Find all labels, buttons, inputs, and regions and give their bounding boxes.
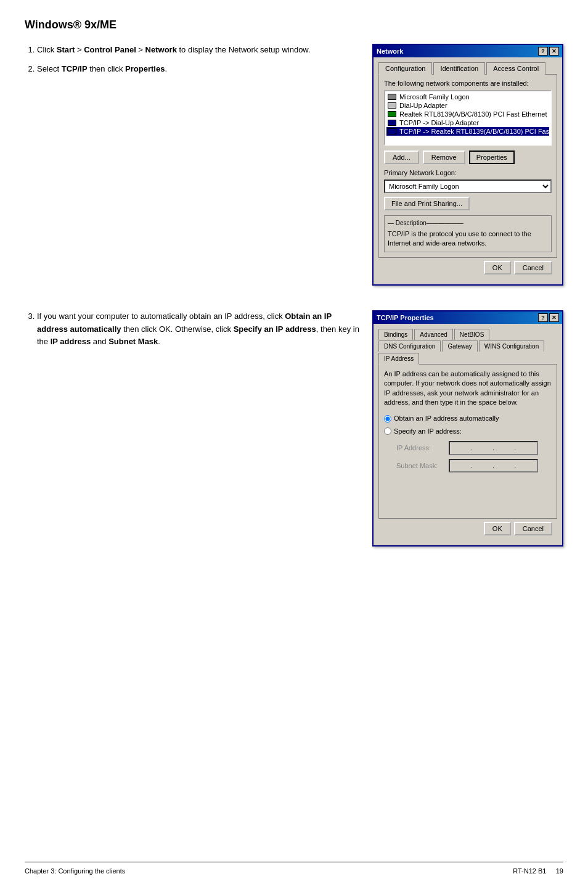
section2: If you want your computer to automatical… (25, 310, 563, 547)
add-button[interactable]: Add... (384, 151, 419, 164)
page-title: Windows® 9x/ME (25, 19, 563, 31)
subnet-seg1[interactable] (452, 461, 470, 471)
tcpip-nic-icon (388, 128, 398, 135)
footer-left: Chapter 3: Configuring the clients (25, 867, 125, 875)
ip-address-row: IP Address: . . . (384, 441, 552, 455)
network-components-list[interactable]: Microsoft Family Logon Dial-Up Adapter R… (384, 90, 552, 146)
ip-seg1[interactable] (452, 443, 470, 453)
tcpip-spacer (384, 476, 552, 513)
tcpip-tabs-row1: Bindings Advanced NetBIOS (378, 329, 557, 340)
tab-dns-config[interactable]: DNS Configuration (378, 340, 441, 352)
tcpip-cancel-button[interactable]: Cancel (514, 522, 552, 535)
list-item[interactable]: TCP/IP -> Dial-Up Adapter (386, 118, 549, 127)
tcpip-ok-button[interactable]: OK (484, 522, 511, 535)
properties-button[interactable]: Properties (469, 151, 515, 164)
subnet-mask-row: Subnet Mask: . . . (384, 459, 552, 473)
tab-netbios[interactable]: NetBIOS (454, 329, 489, 340)
network-dialog-title: Network (377, 47, 403, 55)
network-tab-bar: Configuration Identification Access Cont… (378, 62, 557, 75)
components-label: The following network components are ins… (384, 80, 552, 87)
network-list-container: Microsoft Family Logon Dial-Up Adapter R… (384, 90, 552, 146)
radio-specify-input[interactable] (384, 427, 391, 435)
tab-configuration[interactable]: Configuration (378, 62, 432, 75)
help-button[interactable]: ? (538, 47, 548, 56)
network-dialog: Network ? ✕ Configuration Identification… (372, 44, 563, 286)
footer-right: RT-N12 B1 19 (513, 867, 563, 875)
network-dialog-body: Configuration Identification Access Cont… (374, 57, 562, 284)
titlebar-buttons: ? ✕ (538, 47, 559, 56)
network-cancel-button[interactable]: Cancel (514, 261, 552, 274)
description-title: — Description—————— (388, 219, 548, 228)
network-dialog-footer: OK Cancel (378, 258, 557, 279)
tab-ip-address[interactable]: IP Address (378, 353, 419, 365)
tcpip-help-button[interactable]: ? (538, 313, 548, 322)
subnet-seg3[interactable] (495, 461, 513, 471)
tcpip-dialog-body: Bindings Advanced NetBIOS DNS Configurat… (374, 324, 562, 546)
page-footer: Chapter 3: Configuring the clients RT-N1… (25, 862, 563, 875)
tab-access-control[interactable]: Access Control (486, 62, 545, 75)
tcpip-info-text: An IP address can be automatically assig… (384, 369, 552, 408)
section1: Click Start > Control Panel > Network to… (25, 44, 563, 286)
component-2: Dial-Up Adapter (399, 102, 447, 109)
tcpip-dialog-titlebar: TCP/IP Properties ? ✕ (374, 311, 562, 324)
tcpip-dialog-footer: OK Cancel (378, 519, 557, 540)
component-5: TCP/IP -> Realtek RTL8139(A/B/C/8130) PC… (399, 128, 549, 135)
dialup-icon (388, 102, 398, 109)
tcpip-dialog: TCP/IP Properties ? ✕ Bindings Advanced … (372, 310, 563, 547)
network-button-row: Add... Remove Properties (384, 151, 552, 164)
list-item-selected[interactable]: TCP/IP -> Realtek RTL8139(A/B/C/8130) PC… (386, 127, 549, 136)
primary-logon-dropdown[interactable]: Microsoft Family Logon (384, 179, 552, 193)
list-item[interactable]: Realtek RTL8139(A/B/C/8130) PCI Fast Eth… (386, 110, 549, 118)
network-dialog-titlebar: Network ? ✕ (374, 45, 562, 57)
remove-button[interactable]: Remove (423, 151, 465, 164)
ip-seg2[interactable] (473, 443, 492, 453)
network-ok-button[interactable]: OK (484, 261, 511, 274)
instructions-2: If you want your computer to automatical… (25, 310, 360, 355)
list-item[interactable]: Dial-Up Adapter (386, 101, 549, 110)
list-item[interactable]: Microsoft Family Logon (386, 93, 549, 101)
component-4: TCP/IP -> Dial-Up Adapter (399, 119, 479, 126)
step-3: If you want your computer to automatical… (37, 310, 360, 349)
subnet-mask-label: Subnet Mask: (396, 461, 446, 471)
ip-address-field[interactable]: . . . (449, 441, 538, 455)
file-sharing-button[interactable]: File and Print Sharing... (384, 197, 470, 210)
subnet-seg4[interactable] (517, 461, 535, 471)
radio-obtain: Obtain an IP address automatically (384, 413, 552, 424)
step-2: Select TCP/IP then click Properties. (37, 63, 360, 76)
ip-address-label: IP Address: (396, 443, 446, 453)
tab-bindings[interactable]: Bindings (378, 329, 413, 340)
tcpip-close-button[interactable]: ✕ (549, 313, 559, 322)
tcpip-dialup-icon (388, 119, 398, 126)
tab-gateway[interactable]: Gateway (442, 340, 477, 352)
ip-seg3[interactable] (495, 443, 513, 453)
nic-icon (388, 110, 398, 118)
radio-specify-label: Specify an IP address: (394, 426, 462, 437)
subnet-mask-field[interactable]: . . . (449, 459, 538, 473)
tcpip-radio-group: Obtain an IP address automatically Speci… (384, 413, 552, 436)
footer-page: 19 (556, 867, 563, 875)
instructions-1: Click Start > Control Panel > Network to… (25, 44, 360, 82)
tab-advanced[interactable]: Advanced (414, 329, 452, 340)
radio-obtain-label: Obtain an IP address automatically (394, 413, 499, 424)
tab-identification[interactable]: Identification (433, 62, 485, 75)
tcpip-tab-content: An IP address can be automatically assig… (378, 364, 557, 519)
radio-specify: Specify an IP address: (384, 426, 552, 437)
tab-wins-config[interactable]: WINS Configuration (479, 340, 544, 352)
family-logon-icon (388, 93, 398, 101)
tcpip-tabs-row2: DNS Configuration Gateway WINS Configura… (378, 340, 557, 365)
description-box: — Description—————— TCP/IP is the protoc… (384, 215, 552, 252)
subnet-seg2[interactable] (473, 461, 492, 471)
ip-seg4[interactable] (517, 443, 535, 453)
tcpip-dialog-title: TCP/IP Properties (377, 314, 434, 321)
close-button[interactable]: ✕ (549, 47, 559, 56)
description-text: TCP/IP is the protocol you use to connec… (388, 229, 548, 249)
footer-product: RT-N12 B1 (513, 867, 546, 875)
file-sharing-btn-container: File and Print Sharing... (384, 197, 552, 215)
primary-logon-label: Primary Network Logon: (384, 169, 552, 176)
network-tab-content: The following network components are ins… (378, 74, 557, 258)
tcpip-titlebar-buttons: ? ✕ (538, 313, 559, 322)
component-1: Microsoft Family Logon (399, 93, 470, 101)
radio-obtain-input[interactable] (384, 415, 391, 423)
component-3: Realtek RTL8139(A/B/C/8130) PCI Fast Eth… (399, 110, 549, 118)
step-1: Click Start > Control Panel > Network to… (37, 44, 360, 57)
